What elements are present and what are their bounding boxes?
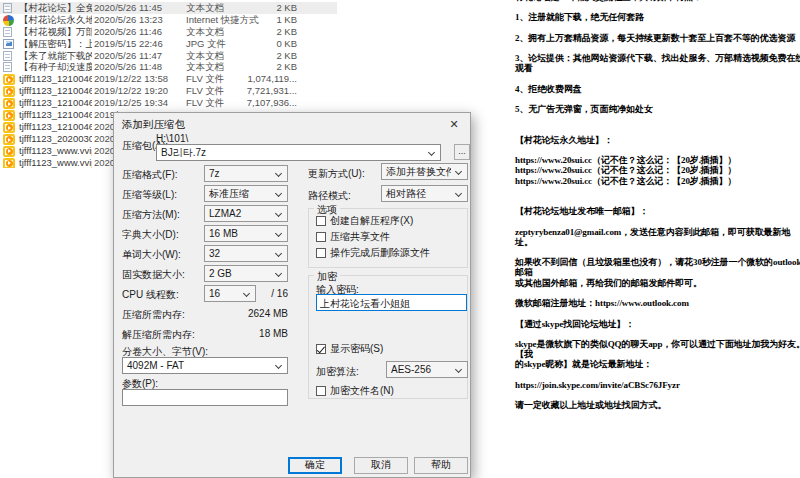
file-size: 2 KB bbox=[238, 50, 297, 62]
text-file-icon bbox=[3, 3, 12, 13]
archive-path: H:\101\ bbox=[156, 133, 188, 144]
dictionary-size-dropdown[interactable]: 16 MB bbox=[204, 225, 288, 242]
update-mode-dropdown[interactable]: 添加并替换文件 bbox=[381, 163, 468, 180]
path-mode-dropdown[interactable]: 相对路径 bbox=[381, 185, 468, 202]
file-date: 2020/5/26 11:45 bbox=[94, 2, 184, 14]
checkbox-icon bbox=[316, 386, 326, 396]
file-date: 2020/5/26 11:48 bbox=[94, 61, 184, 73]
method-dropdown[interactable]: LZMA2 bbox=[204, 205, 288, 222]
file-row[interactable]: 【来了就能下载的... 2020/5/26 11:47 文本文档 2 KB bbox=[0, 50, 337, 62]
level-dropdown-label: 压缩等级(L): bbox=[122, 188, 177, 202]
file-size: 2 KB bbox=[238, 26, 297, 38]
encrypt-filenames-checkbox[interactable]: 加密文件名(N) bbox=[316, 384, 394, 397]
word-size-dropdown[interactable]: 32 bbox=[204, 245, 288, 262]
file-date: 2020/5/26 13:23 bbox=[94, 14, 184, 26]
close-icon[interactable]: ✕ bbox=[442, 115, 466, 133]
file-name: tjfff1123_1210046... bbox=[19, 121, 92, 133]
file-row[interactable]: 【有种子却没速度... 2020/5/26 11:48 文本文档 2 KB bbox=[0, 61, 337, 73]
password-value: 上村花论坛看小姐姐 bbox=[320, 298, 410, 309]
info-text: 村花论坛是一个懒人交流社区，具有如下特点： 1、注册就能下载，绝无任何套路 2、… bbox=[515, 0, 800, 410]
file-size: 0 KB bbox=[238, 38, 297, 50]
flv-file-icon bbox=[3, 110, 15, 121]
flv-file-icon bbox=[3, 134, 15, 145]
file-date: 2019/12/22 19:20 bbox=[94, 85, 184, 97]
chevron-down-icon bbox=[275, 250, 282, 257]
chevron-down-icon bbox=[455, 168, 462, 175]
file-name: 【村花论坛永久地... bbox=[19, 14, 92, 26]
create-sfx-checkbox[interactable]: 创建自解压程序(X) bbox=[316, 214, 413, 227]
checkbox-icon bbox=[316, 232, 326, 242]
format-dropdown[interactable]: 7z bbox=[204, 165, 288, 182]
file-name: tjfff1123_1210046... bbox=[19, 109, 92, 121]
file-date: 2019/5/15 22:46 bbox=[94, 38, 184, 50]
update-mode-value: 添加并替换文件 bbox=[386, 164, 451, 179]
cpu-threads-dropdown-label: CPU 线程数: bbox=[122, 288, 179, 302]
chevron-down-icon bbox=[275, 210, 282, 217]
internet-shortcut-icon bbox=[3, 15, 14, 26]
file-size: 2 KB bbox=[238, 2, 297, 14]
path-mode-label: 路径模式: bbox=[308, 189, 351, 203]
dictionary-size-dropdown-value: 16 MB bbox=[209, 226, 271, 241]
checkbox-label: 压缩共享文件 bbox=[330, 231, 390, 242]
compress-shared-files-checkbox[interactable]: 压缩共享文件 bbox=[316, 230, 390, 243]
file-size: 7,107,936... bbox=[238, 97, 297, 109]
encryption-method-label: 加密算法: bbox=[316, 365, 359, 379]
text-file-icon bbox=[3, 62, 12, 72]
file-row[interactable]: 【村花视频】万部... 2020/5/26 11:46 文本文档 2 KB bbox=[0, 26, 337, 38]
file-row[interactable]: 【村花论坛永久地... 2020/5/26 13:23 Internet 快捷方… bbox=[0, 14, 337, 26]
memory-for-compress-label: 压缩所需内存: bbox=[122, 308, 185, 322]
parameters-input[interactable] bbox=[122, 389, 288, 406]
file-size: 7,721,931... bbox=[238, 85, 297, 97]
file-row[interactable]: tjfff1123_1210046... 2019/12/25 19:34 FL… bbox=[0, 97, 337, 109]
encrypt-group-title: 加密 bbox=[314, 270, 340, 284]
memory-for-decompress-label: 解压缩所需内存: bbox=[122, 328, 195, 342]
checkbox-label: 显示密码(S) bbox=[330, 343, 383, 354]
memory-for-decompress: 18 MB bbox=[202, 328, 288, 339]
help-button[interactable]: 帮助 bbox=[414, 457, 468, 474]
file-date: 2020/5/26 11:46 bbox=[94, 26, 184, 38]
chevron-down-icon bbox=[275, 190, 282, 197]
file-date: 2020/5/26 11:47 bbox=[94, 50, 184, 62]
dialog-title: 添加到压缩包 bbox=[122, 118, 185, 132]
cancel-button[interactable]: 取消 bbox=[354, 457, 408, 474]
file-name: tjfff1123_2020030... bbox=[19, 133, 92, 145]
file-name: 【村花视频】万部... bbox=[19, 26, 92, 38]
checkbox-label: 加密文件名(N) bbox=[330, 385, 394, 396]
delete-after-compress-checkbox[interactable]: 操作完成后删除源文件 bbox=[316, 246, 430, 259]
volume-size-combobox[interactable]: 4092M - FAT bbox=[122, 357, 288, 374]
file-name: 【来了就能下载的... bbox=[19, 50, 92, 62]
file-name: 【有种子却没速度... bbox=[19, 61, 92, 73]
word-size-dropdown-value: 32 bbox=[209, 246, 271, 261]
file-row[interactable]: 【村花论坛】全免... 2020/5/26 11:45 文本文档 2 KB bbox=[0, 2, 337, 14]
archive-name-value: BJ리타.7z bbox=[161, 145, 424, 160]
checkbox-icon bbox=[316, 248, 326, 258]
flv-file-icon bbox=[3, 98, 15, 109]
file-row[interactable]: tjfff1123_1210046... 2019/12/22 13:58 FL… bbox=[0, 73, 337, 85]
level-dropdown[interactable]: 标准压缩 bbox=[204, 185, 288, 202]
file-name: tjfff1123_1210046... bbox=[19, 85, 92, 97]
method-dropdown-value: LZMA2 bbox=[209, 206, 271, 221]
encryption-method-dropdown[interactable]: AES-256 bbox=[386, 361, 468, 378]
file-date: 2019/12/25 19:34 bbox=[94, 97, 184, 109]
file-name: 【村花论坛】全免... bbox=[19, 2, 92, 14]
browse-button[interactable]: ... bbox=[454, 144, 470, 160]
screen: 【村花论坛】全免... 2020/5/26 11:45 文本文档 2 KB 【村… bbox=[0, 0, 800, 478]
flv-file-icon bbox=[3, 146, 15, 157]
password-input[interactable]: 上村花论坛看小姐姐 bbox=[316, 294, 467, 311]
solid-block-size-dropdown[interactable]: 2 GB bbox=[204, 265, 288, 282]
checkbox-label: 创建自解压程序(X) bbox=[330, 215, 413, 226]
chevron-down-icon bbox=[275, 270, 282, 277]
ok-button[interactable]: 确定 bbox=[288, 457, 342, 474]
archive-name-combobox[interactable]: BJ리타.7z bbox=[156, 144, 441, 161]
word-size-dropdown-label: 单词大小(W): bbox=[122, 248, 181, 262]
add-to-archive-dialog: 添加到压缩包 ✕ 压缩包(A): H:\101\ BJ리타.7z ... 压缩格… bbox=[113, 112, 471, 478]
checkbox-icon bbox=[316, 344, 326, 354]
show-password-checkbox[interactable]: 显示密码(S) bbox=[316, 342, 383, 355]
file-row[interactable]: 【解压密码】：上... 2019/5/15 22:46 JPG 文件 0 KB bbox=[0, 38, 337, 50]
memory-for-compress: 2624 MB bbox=[202, 308, 288, 319]
flv-file-icon bbox=[3, 158, 15, 169]
file-row[interactable]: tjfff1123_1210046... 2019/12/22 19:20 FL… bbox=[0, 85, 337, 97]
solid-block-size-dropdown-label: 固实数据大小: bbox=[122, 268, 185, 282]
path-mode-value: 相对路径 bbox=[386, 186, 451, 201]
file-name: 【解压密码】：上... bbox=[19, 38, 92, 50]
